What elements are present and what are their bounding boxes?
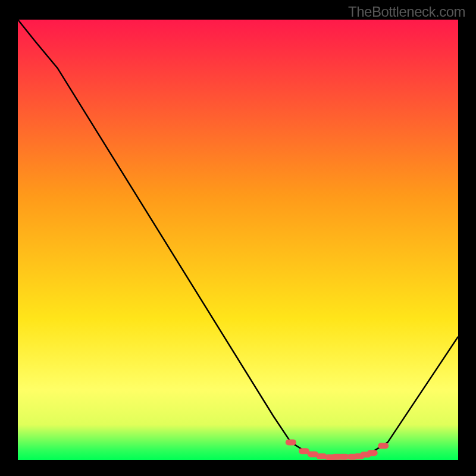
marker-point (286, 439, 296, 445)
marker-point (367, 450, 378, 456)
marker-point (378, 443, 389, 449)
chart-svg (18, 20, 458, 460)
watermark-text: TheBottleneck.com (348, 4, 465, 20)
gradient-background (18, 20, 458, 460)
chart-container: TheBottleneck.com (0, 0, 476, 476)
